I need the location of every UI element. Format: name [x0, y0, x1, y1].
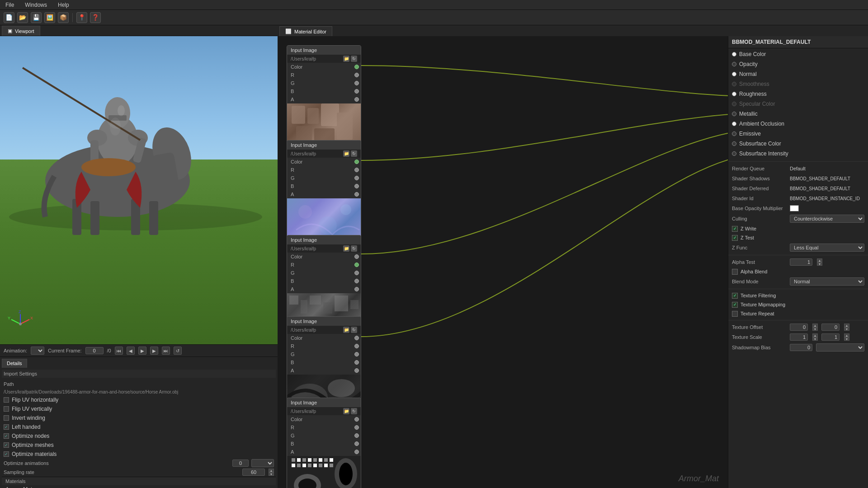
node-4-color-socket[interactable]: [354, 336, 359, 340]
sampling-rate-input[interactable]: [242, 469, 265, 476]
alpha-test-down[interactable]: ▼: [817, 262, 822, 266]
optimize-anims-input[interactable]: [232, 460, 249, 467]
node-2-color-socket[interactable]: [354, 160, 359, 164]
node-1-r-socket[interactable]: [354, 73, 359, 77]
toolbar-open[interactable]: 📂: [17, 12, 28, 23]
cb-flip-uv-h[interactable]: Flip UV horizontally: [2, 395, 276, 404]
tab-details[interactable]: Details: [2, 359, 27, 368]
texture-offset-x-down[interactable]: ▼: [812, 327, 818, 331]
texture-offset-x-up[interactable]: ▲: [812, 324, 818, 327]
anim-btn-next[interactable]: ▶: [150, 347, 158, 355]
menu-help[interactable]: Help: [56, 2, 71, 8]
texture-scale-x-down[interactable]: ▼: [812, 337, 818, 341]
animation-select[interactable]: [31, 347, 44, 355]
node-5-a-socket[interactable]: [354, 450, 359, 454]
anim-btn-prev-key[interactable]: ⏮: [115, 347, 123, 355]
node-4-browse[interactable]: 📁: [343, 327, 349, 333]
toolbar-new[interactable]: 📄: [4, 12, 14, 23]
cb-optimize-nodes[interactable]: ✓ Optimize nodes: [2, 432, 276, 441]
node-3-b-socket[interactable]: [354, 279, 359, 283]
prop-subsurface-intensity-dot[interactable]: [732, 151, 736, 156]
texture-scale-y-down[interactable]: ▼: [844, 337, 849, 341]
viewport-canvas[interactable]: X Y Z: [0, 36, 278, 344]
texture-offset-y-input[interactable]: [821, 324, 840, 331]
node-4-refresh[interactable]: ↻: [351, 327, 357, 333]
cb-flip-uv-v[interactable]: Flip UV vertically: [2, 404, 276, 413]
cb-invert-winding[interactable]: Invert winding: [2, 413, 276, 422]
texture-filtering-checkbox[interactable]: ✓: [732, 293, 738, 299]
texture-scale-x-up[interactable]: ▲: [812, 333, 818, 337]
node-input-image-2[interactable]: Input Image /Users/kraifp 📁 ↻ Color: [287, 140, 361, 244]
prop-subsurface-color-dot[interactable]: [732, 141, 736, 146]
sampling-rate-up[interactable]: ▲: [269, 469, 274, 472]
prop-normal-dot[interactable]: [732, 72, 736, 76]
node-1-refresh[interactable]: ↻: [351, 56, 357, 62]
node-5-g-socket[interactable]: [354, 433, 359, 438]
cb-optimize-meshes-box[interactable]: ✓: [4, 442, 9, 448]
alpha-test-up[interactable]: ▲: [817, 258, 822, 262]
current-frame-input[interactable]: [85, 347, 104, 354]
prop-emissive-dot[interactable]: [732, 131, 736, 136]
prop-smoothness-dot[interactable]: [732, 82, 736, 86]
alpha-blend-checkbox[interactable]: [732, 269, 738, 275]
culling-select[interactable]: Counterclockwise: [790, 215, 864, 223]
cb-invert-winding-box[interactable]: [4, 415, 9, 421]
toolbar-save[interactable]: 💾: [31, 12, 42, 23]
anim-btn-play[interactable]: ▶: [138, 347, 146, 355]
node-3-a-socket[interactable]: [354, 287, 359, 291]
texture-scale-y-input[interactable]: [821, 333, 840, 341]
node-4-r-socket[interactable]: [354, 344, 359, 348]
texture-repeat-checkbox[interactable]: [732, 311, 738, 317]
alpha-test-input[interactable]: [790, 258, 812, 266]
node-3-browse[interactable]: 📁: [343, 245, 349, 252]
z-write-checkbox[interactable]: ✓: [732, 226, 738, 232]
node-5-browse[interactable]: 📁: [343, 408, 349, 414]
toolbar-package[interactable]: 📦: [58, 12, 69, 23]
prop-roughness-dot[interactable]: [732, 92, 736, 96]
node-5-color-socket[interactable]: [354, 417, 359, 422]
texture-scale-y-up[interactable]: ▲: [844, 333, 849, 337]
node-3-g-socket[interactable]: [354, 271, 359, 275]
tab-viewport[interactable]: ▣ Viewport: [2, 26, 40, 36]
texture-mipmapping-checkbox[interactable]: ✓: [732, 302, 738, 308]
node-input-image-1[interactable]: Input Image /Users/kraifp 📁 ↻ Color: [287, 45, 361, 149]
shadowmap-bias-select[interactable]: [816, 343, 864, 352]
node-2-browse[interactable]: 📁: [343, 150, 349, 157]
prop-metallic-dot[interactable]: [732, 112, 736, 116]
toolbar-pin[interactable]: 📍: [76, 12, 87, 23]
anim-btn-prev[interactable]: ◀: [127, 347, 135, 355]
menu-windows[interactable]: Windows: [23, 2, 49, 8]
toolbar-help[interactable]: ❓: [90, 12, 101, 23]
base-opacity-swatch[interactable]: [790, 205, 799, 211]
z-func-select[interactable]: Less Equal: [790, 244, 864, 252]
node-5-refresh[interactable]: ↻: [351, 408, 357, 414]
node-1-g-socket[interactable]: [354, 81, 359, 85]
toolbar-image[interactable]: 🖼️: [44, 12, 55, 23]
cb-flip-uv-v-box[interactable]: [4, 406, 9, 412]
node-3-r-socket[interactable]: [354, 263, 359, 267]
material-edit-icon[interactable]: ✏: [35, 486, 39, 488]
prop-opacity-dot[interactable]: [732, 62, 736, 66]
node-2-refresh[interactable]: ↻: [351, 150, 357, 157]
anim-btn-loop[interactable]: ↺: [174, 347, 182, 355]
anim-btn-next-key[interactable]: ⏭: [162, 347, 170, 355]
z-test-checkbox[interactable]: ✓: [732, 235, 738, 241]
texture-scale-x-input[interactable]: [790, 333, 808, 341]
sampling-rate-down[interactable]: ▼: [269, 472, 274, 476]
node-1-a-socket[interactable]: [354, 97, 359, 102]
node-2-b-socket[interactable]: [354, 184, 359, 188]
cb-optimize-nodes-box[interactable]: ✓: [4, 433, 9, 439]
cb-left-handed[interactable]: ✓ Left handed: [2, 422, 276, 432]
node-canvas[interactable]: Input Image /Users/kraifp 📁 ↻ Color: [278, 36, 728, 488]
optimize-anims-select[interactable]: [251, 459, 274, 467]
cb-optimize-meshes[interactable]: ✓ Optimize meshes: [2, 441, 276, 450]
texture-offset-x-input[interactable]: [790, 324, 808, 331]
node-2-g-socket[interactable]: [354, 176, 359, 180]
cb-flip-uv-h-box[interactable]: [4, 397, 9, 403]
prop-ao-dot[interactable]: [732, 122, 736, 126]
node-2-a-socket[interactable]: [354, 192, 359, 197]
texture-offset-y-up[interactable]: ▲: [844, 324, 849, 327]
node-5-b-socket[interactable]: [354, 441, 359, 446]
node-1-browse[interactable]: 📁: [343, 56, 349, 62]
node-input-image-5[interactable]: Input Image /Users/kraifp 📁 ↻ Color R: [287, 398, 361, 488]
